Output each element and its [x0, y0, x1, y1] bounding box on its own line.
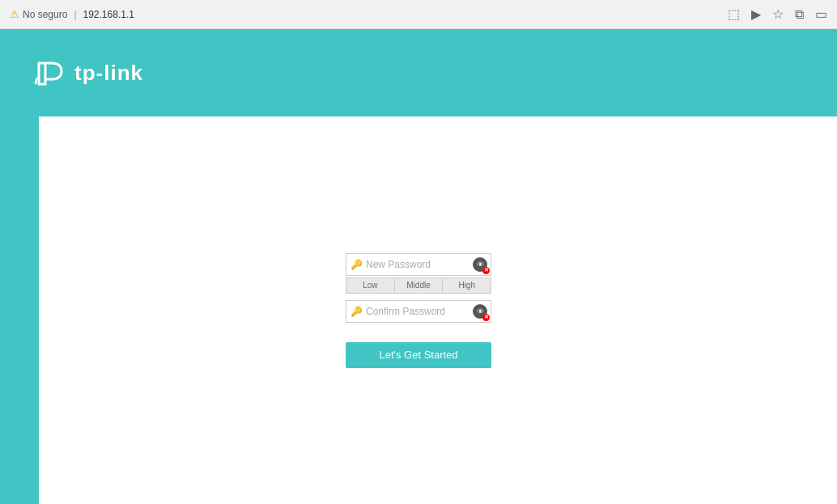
eye-icon-confirm: 👁 ✕	[472, 303, 488, 320]
new-password-input[interactable]	[346, 253, 491, 276]
browser-actions: ⬚ ▶ ☆ ⧉ ▭	[728, 6, 827, 22]
confirm-password-wrapper: 🔑 👁 ✕	[346, 300, 491, 323]
strength-middle: Middle	[395, 278, 444, 293]
new-password-wrapper: 🔑 👁 ✕	[346, 253, 491, 276]
browser-bar: ⚠ No seguro | 192.168.1.1 ⬚ ▶ ☆ ⧉ ▭	[0, 0, 837, 29]
confirm-password-input[interactable]	[346, 300, 491, 323]
play-icon[interactable]: ▶	[751, 6, 761, 22]
login-form: 🔑 👁 ✕ Low Middle High 🔑	[346, 253, 491, 368]
key-icon-confirm: 🔑	[351, 306, 363, 317]
tplink-logo-icon	[32, 55, 68, 91]
warning-icon: ⚠	[10, 8, 19, 20]
eye-icon-new: 👁 ✕	[472, 256, 488, 273]
browser-url: 192.168.1.1	[83, 9, 134, 20]
toggle-confirm-password-button[interactable]: 👁 ✕	[470, 302, 490, 321]
key-icon-new: 🔑	[351, 259, 363, 270]
browser-warning: ⚠ No seguro	[10, 8, 67, 20]
x-badge-new: ✕	[482, 267, 490, 274]
password-strength-bar: Low Middle High	[346, 277, 491, 294]
not-secure-label: No seguro	[23, 9, 67, 20]
get-started-button[interactable]: Let's Get Started	[346, 342, 491, 368]
toggle-new-password-button[interactable]: 👁 ✕	[470, 255, 490, 274]
window-icon[interactable]: ▭	[815, 6, 827, 22]
main-content: 🔑 👁 ✕ Low Middle High 🔑	[39, 116, 798, 504]
tplink-header: tp-link	[0, 29, 837, 116]
screenshot-icon[interactable]: ⬚	[728, 6, 740, 22]
sidebar-strip	[0, 116, 39, 504]
strength-high: High	[443, 278, 491, 293]
tplink-logo: tp-link	[32, 55, 143, 91]
star-icon[interactable]: ☆	[772, 6, 784, 22]
puzzle-icon[interactable]: ⧉	[795, 7, 804, 22]
strength-low: Low	[346, 278, 395, 293]
url-separator: |	[74, 9, 76, 20]
x-badge-confirm: ✕	[482, 314, 490, 321]
brand-name: tp-link	[74, 61, 143, 86]
